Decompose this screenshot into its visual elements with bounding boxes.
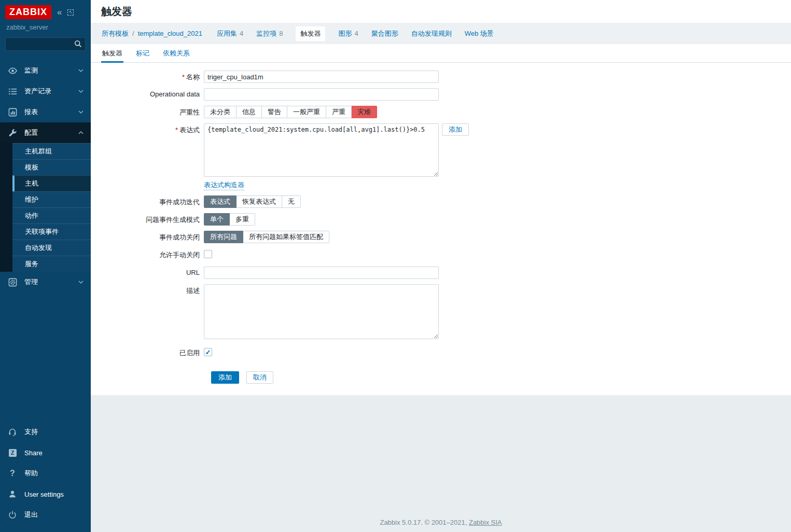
sidebar-item-logout[interactable]: 退出 [0,505,91,525]
tab-dependencies[interactable]: 依赖关系 [162,44,191,63]
tab-trigger[interactable]: 触发器 [101,44,123,63]
trigger-form: *名称 Operational data 严重性 未分类 信息 警告 一般严重 … [91,63,791,384]
ok-event-recovery-expression[interactable]: 恢复表达式 [237,195,282,208]
severity-warning[interactable]: 警告 [262,106,287,118]
sidebar: ZABBIX « ↖ zabbix_server 监测 资产记录 [0,0,91,532]
bar-chart-icon [7,107,18,117]
question-icon: ? [7,468,18,479]
ok-event-none[interactable]: 无 [282,195,301,208]
nav-item-discovery-rules[interactable]: 自动发现规则 [411,29,452,38]
hide-sidebar-icon[interactable]: ↖ [67,9,74,16]
sidebar-item-share[interactable]: Z Share [0,442,91,463]
sidebar-item-help[interactable]: ? 帮助 [0,463,91,484]
nav-count: 8 [279,30,283,37]
required-mark: * [182,73,185,81]
entity-nav: 应用集 4 监控项 8 触发器 图形 4 聚合图形 自动发现规则 Web 场景 [217,26,494,41]
sidebar-item-monitoring[interactable]: 监测 [0,60,91,81]
sidebar-item-inventory[interactable]: 资产记录 [0,81,91,102]
nav-item-graphs[interactable]: 图形 4 [338,29,358,38]
ok-event-expression[interactable]: 表达式 [204,195,237,208]
problem-mode-multiple[interactable]: 多重 [230,213,255,226]
breadcrumb-all-templates[interactable]: 所有模板 [102,29,129,38]
expression-constructor-link[interactable]: 表达式构造器 [204,180,244,190]
name-field[interactable] [204,71,439,83]
sidebar-item-support[interactable]: 支持 [0,422,91,442]
sidebar-search[interactable] [5,37,86,51]
sidebar-item-label: 资产记录 [24,87,51,96]
user-icon [7,489,18,499]
headset-icon [7,427,18,437]
sidebar-item-actions[interactable]: 动作 [12,207,91,223]
problem-event-mode-group: 单个 多重 [204,213,255,226]
enabled-label: 已启用 [91,346,204,358]
add-button[interactable]: 添加 [211,371,239,384]
tab-tags[interactable]: 标记 [135,44,150,63]
chevron-down-icon [78,69,84,72]
nav-item-screens[interactable]: 聚合图形 [371,29,398,38]
nav-item-items[interactable]: 监控项 8 [256,29,283,38]
zabbix-logo[interactable]: ZABBIX [5,5,51,19]
sidebar-item-templates[interactable]: 模板 [12,159,91,175]
severity-information[interactable]: 信息 [237,106,262,118]
server-name: zabbix_server [0,21,91,37]
manual-close-label: 允许手动关闭 [91,248,204,260]
chevron-down-icon [78,281,84,284]
manual-close-checkbox[interactable] [204,250,212,258]
sidebar-item-reports[interactable]: 报表 [0,102,91,122]
severity-not-classified[interactable]: 未分类 [204,106,237,118]
sidebar-item-host-groups[interactable]: 主机群组 [12,143,91,159]
chevron-down-icon [78,110,84,114]
url-field[interactable] [204,267,439,279]
sidebar-item-discovery[interactable]: 自动发现 [12,240,91,256]
enabled-checkbox[interactable] [204,348,212,356]
nav-item-applications[interactable]: 应用集 4 [217,29,243,38]
chevron-down-icon [78,90,84,93]
operational-data-field[interactable] [204,88,439,101]
problem-mode-single[interactable]: 单个 [204,213,230,226]
gear-icon [7,277,18,287]
footer-zabbix-sia-link[interactable]: Zabbix SIA [469,519,502,526]
breadcrumb-template-name[interactable]: template_cloud_2021 [138,30,202,37]
cancel-button[interactable]: 取消 [246,371,273,384]
zabbix-share-icon: Z [7,447,18,458]
collapse-sidebar-icon[interactable]: « [57,8,62,17]
sidebar-item-maintenance[interactable]: 维护 [12,191,91,207]
severity-high[interactable]: 严重 [326,106,352,118]
breadcrumb-separator: / [132,30,134,37]
required-mark: * [175,126,178,134]
main-content: 触发器 所有模板 / template_cloud_2021 应用集 4 监控项… [91,0,791,532]
sidebar-item-label: User settings [24,491,64,498]
sidebar-item-administration[interactable]: 管理 [0,272,91,292]
expression-add-button[interactable]: 添加 [442,123,469,136]
ok-close-if-tag-matches[interactable]: 所有问题如果标签值匹配 [243,231,329,243]
nav-count: 4 [240,30,243,37]
ok-close-all-problems[interactable]: 所有问题 [204,231,243,243]
sidebar-menu: 监测 资产记录 报表 [0,60,91,292]
sidebar-item-event-correlation[interactable]: 关联项事件 [12,223,91,240]
sidebar-footer-menu: 支持 Z Share ? 帮助 User settings 退出 [0,422,91,532]
severity-average[interactable]: 一般严重 [287,106,326,118]
url-label: URL [91,267,204,276]
severity-label: 严重性 [91,106,204,117]
sidebar-item-services[interactable]: 服务 [12,256,91,272]
sidebar-item-label: 退出 [24,510,38,520]
sidebar-item-user-settings[interactable]: User settings [0,484,91,505]
description-field[interactable] [204,284,439,339]
ok-event-closes-label: 事件成功关闭 [91,231,204,242]
expression-field[interactable]: {template_cloud_2021:system.cpu.load[all… [204,123,439,177]
trigger-form-panel: 触发器 标记 依赖关系 *名称 Operational data 严重性 [91,44,791,395]
ok-event-closes-group: 所有问题 所有问题如果标签值匹配 [204,231,329,243]
sidebar-item-configuration[interactable]: 配置 [0,122,91,143]
search-icon[interactable] [74,40,82,48]
sidebar-item-label: 监测 [24,66,38,75]
sidebar-item-label: 配置 [24,128,38,137]
chevron-up-icon [78,131,84,134]
wrench-icon [7,128,18,138]
nav-item-web-scenarios[interactable]: Web 场景 [465,29,494,38]
sidebar-item-hosts[interactable]: 主机 [12,175,91,191]
search-input[interactable] [6,40,85,48]
severity-disaster[interactable]: 灾难 [352,106,377,118]
sidebar-item-label: 管理 [24,277,38,287]
expression-label: *表达式 [91,123,204,135]
description-label: 描述 [91,284,204,296]
